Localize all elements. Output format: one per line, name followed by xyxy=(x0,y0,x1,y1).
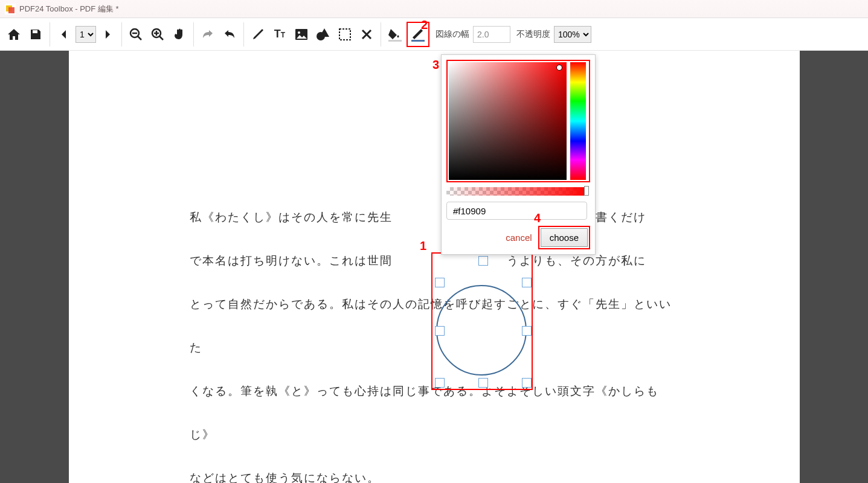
sv-cursor[interactable] xyxy=(556,65,562,71)
choose-button[interactable]: choose xyxy=(541,228,588,247)
text-tool-button[interactable]: TT xyxy=(269,22,290,46)
text-line: 私《わたくし》はその人を常に先生 でもただ先生と書くだけ xyxy=(190,196,679,239)
svg-rect-12 xyxy=(339,29,350,40)
toolbar-separator xyxy=(50,22,50,46)
toolbar-separator xyxy=(243,22,244,46)
hand-tool-button[interactable] xyxy=(169,22,190,46)
undo-button[interactable] xyxy=(219,22,240,46)
svg-point-10 xyxy=(298,31,300,34)
hue-slider[interactable] xyxy=(570,62,586,180)
svg-rect-1 xyxy=(33,30,37,33)
pdf-page[interactable]: 私《わたくし》はその人を常に先生 でもただ先生と書くだけ で本名は打ち明けない。… xyxy=(69,51,800,483)
svg-rect-16 xyxy=(411,40,425,42)
delete-button[interactable] xyxy=(356,22,377,46)
opacity-label: 不透明度 xyxy=(516,29,550,40)
stroke-width-label: 図線の幅 xyxy=(436,29,469,40)
alpha-slider-handle[interactable] xyxy=(584,186,589,196)
sv-gradient[interactable] xyxy=(449,62,567,180)
document-body: 私《わたくし》はその人を常に先生 でもただ先生と書くだけ で本名は打ち明けない。… xyxy=(190,51,679,483)
choose-button-highlight: choose xyxy=(538,226,590,249)
workarea: 私《わたくし》はその人を常に先生 でもただ先生と書くだけ で本名は打ち明けない。… xyxy=(0,51,868,483)
prev-page-button[interactable] xyxy=(54,22,74,46)
highlight-tool-button[interactable] xyxy=(335,22,355,46)
text-line: で本名は打ち明けない。これは世間 うよりも、その方が私に xyxy=(190,239,679,283)
next-page-button[interactable] xyxy=(97,22,118,46)
hex-input[interactable] xyxy=(446,202,587,220)
toolbar-separator xyxy=(193,22,194,46)
text-line: とって自然だからである。私はその人の記憶を呼び起すごとに、すぐ「先生」といいた xyxy=(190,283,679,369)
toolbar-separator xyxy=(381,22,381,46)
color-picker-gradient-highlight xyxy=(446,60,590,182)
text-line: くなる。筆を執《と》っても心持は同じ事である。よそよそしい頭文字《かしらもじ》 xyxy=(190,369,679,456)
stroke-width-input[interactable] xyxy=(473,26,510,43)
cancel-button[interactable]: cancel xyxy=(506,232,532,243)
stroke-color-button[interactable] xyxy=(409,24,427,45)
color-picker-popup: cancel choose xyxy=(441,54,596,255)
zoom-out-button[interactable] xyxy=(126,22,146,46)
home-button[interactable] xyxy=(4,22,24,46)
alpha-slider[interactable] xyxy=(446,187,587,196)
zoom-in-button[interactable] xyxy=(147,22,168,46)
text-line: などはとても使う気にならない。 xyxy=(190,456,679,483)
titlebar: PDF24 Toolbox - PDF 編集 * xyxy=(0,0,868,18)
fill-color-button[interactable] xyxy=(385,22,405,46)
app-icon xyxy=(5,4,16,14)
stroke-color-button-highlight xyxy=(407,22,429,47)
shape-tool-button[interactable] xyxy=(313,22,333,46)
redo-button[interactable] xyxy=(198,22,218,46)
window-title: PDF24 Toolbox - PDF 編集 * xyxy=(19,4,118,14)
svg-line-3 xyxy=(138,36,141,40)
pencil-tool-button[interactable] xyxy=(248,22,268,46)
opacity-select[interactable]: 100% xyxy=(554,26,591,43)
save-button[interactable] xyxy=(25,22,46,46)
toolbar: 1 TT 図線の幅 不透明度 100% xyxy=(0,18,868,51)
svg-line-6 xyxy=(159,36,163,40)
toolbar-separator xyxy=(121,22,122,46)
svg-rect-15 xyxy=(388,40,402,42)
image-tool-button[interactable] xyxy=(291,22,312,46)
page-select[interactable]: 1 xyxy=(76,26,96,43)
